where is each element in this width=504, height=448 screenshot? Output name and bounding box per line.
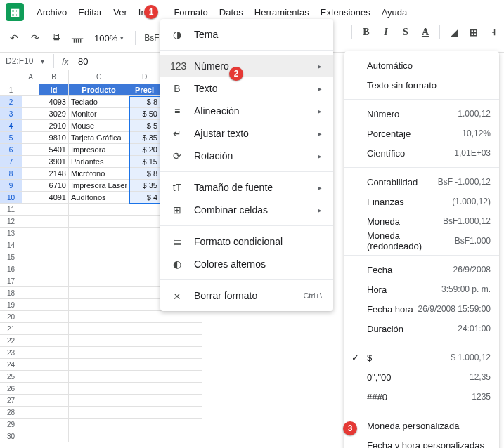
- row-header[interactable]: 22: [0, 335, 22, 347]
- cell[interactable]: [129, 216, 160, 228]
- cell[interactable]: [129, 371, 160, 383]
- row-header[interactable]: 16: [0, 263, 22, 275]
- cell[interactable]: [39, 371, 69, 383]
- cell[interactable]: [129, 311, 160, 323]
- cell[interactable]: [39, 323, 69, 335]
- cell[interactable]: [22, 275, 39, 287]
- cell[interactable]: [69, 419, 129, 430]
- menu-herramientas[interactable]: Herramientas: [249, 4, 315, 20]
- row-header[interactable]: 12: [0, 216, 22, 228]
- number-format-fecha-y-hora-personalizadas[interactable]: Fecha y hora personalizadas: [344, 435, 499, 448]
- cell[interactable]: [22, 347, 39, 359]
- cell[interactable]: [39, 335, 69, 347]
- cell[interactable]: [39, 251, 69, 263]
- cell[interactable]: [22, 239, 39, 251]
- name-box-arrow[interactable]: ▾: [41, 58, 51, 65]
- column-header-B[interactable]: B: [39, 70, 69, 84]
- cell[interactable]: [160, 323, 202, 335]
- row-header[interactable]: 3: [0, 108, 22, 120]
- cell[interactable]: Tarjeta Gráfica: [69, 132, 129, 144]
- cell[interactable]: [160, 359, 202, 371]
- number-format-fecha-hora[interactable]: Fecha hora26/9/2008 15:59:00: [344, 299, 499, 319]
- cell[interactable]: Impresora Laser: [69, 180, 129, 192]
- row-header[interactable]: 10: [0, 192, 22, 204]
- cell[interactable]: [22, 383, 39, 395]
- cell[interactable]: [160, 335, 202, 347]
- format-menu-tamaño-de-fuente[interactable]: tTTamaño de fuente▸: [160, 176, 333, 199]
- paint-format-icon[interactable]: ᚄ: [69, 29, 86, 46]
- cell[interactable]: [129, 204, 160, 216]
- cell[interactable]: [22, 359, 39, 371]
- cell[interactable]: [160, 371, 202, 383]
- cell[interactable]: [22, 251, 39, 263]
- cell[interactable]: [39, 383, 69, 395]
- cell[interactable]: Id: [39, 84, 69, 96]
- borders-icon[interactable]: ⊞: [465, 24, 482, 41]
- row-header[interactable]: 5: [0, 132, 22, 144]
- cell[interactable]: [39, 347, 69, 359]
- cell[interactable]: [22, 395, 39, 407]
- cell[interactable]: [129, 239, 160, 251]
- zoom-selector[interactable]: 100%▾: [90, 33, 128, 44]
- number-format-moneda[interactable]: MonedaBsF1.000,12: [344, 211, 499, 231]
- cell[interactable]: $ 8: [129, 168, 160, 180]
- cell[interactable]: [160, 419, 202, 430]
- italic-icon[interactable]: I: [377, 24, 394, 41]
- cell[interactable]: [39, 275, 69, 287]
- cell[interactable]: Micrófono: [69, 168, 129, 180]
- cell[interactable]: [69, 383, 129, 395]
- cell[interactable]: 6710: [39, 180, 69, 192]
- cell[interactable]: 2910: [39, 120, 69, 132]
- format-menu-texto[interactable]: BTexto▸: [160, 77, 333, 100]
- number-format-moneda-redondeado-[interactable]: Moneda (redondeado)BsF1.000: [344, 231, 499, 251]
- cell[interactable]: [160, 311, 202, 323]
- cell[interactable]: [69, 311, 129, 323]
- cell[interactable]: $ 15: [129, 156, 160, 168]
- number-format-cient-fico[interactable]: Científico1,01E+03: [344, 143, 499, 163]
- formula-input[interactable]: 80: [74, 56, 88, 67]
- cell[interactable]: [69, 359, 129, 371]
- row-header[interactable]: 27: [0, 395, 22, 407]
- number-format-duraci-n[interactable]: Duración24:01:00: [344, 319, 499, 338]
- cell[interactable]: 2148: [39, 168, 69, 180]
- cell[interactable]: [129, 347, 160, 359]
- cell[interactable]: [69, 299, 129, 311]
- row-header[interactable]: 26: [0, 383, 22, 395]
- row-header[interactable]: 23: [0, 347, 22, 359]
- cell[interactable]: [22, 371, 39, 383]
- print-icon[interactable]: 🖶: [48, 29, 65, 46]
- menu-formato[interactable]: Formato: [168, 4, 213, 20]
- cell[interactable]: [22, 263, 39, 275]
- cell[interactable]: [22, 407, 39, 419]
- cell[interactable]: [22, 204, 39, 216]
- cell[interactable]: [22, 180, 39, 192]
- currency-format[interactable]: BsF: [143, 29, 160, 46]
- number-format-fecha[interactable]: Fecha26/9/2008: [344, 260, 499, 279]
- cell[interactable]: [69, 204, 129, 216]
- number-format--[interactable]: ✓$$ 1.000,12: [344, 348, 499, 367]
- row-header[interactable]: 21: [0, 323, 22, 335]
- cell[interactable]: [69, 275, 129, 287]
- cell[interactable]: Preci: [129, 84, 160, 96]
- number-format-texto-sin-formato[interactable]: Texto sin formato: [344, 75, 499, 95]
- cell[interactable]: [39, 407, 69, 419]
- number-format--0[interactable]: ###01235: [344, 387, 499, 407]
- menu-ver[interactable]: Ver: [108, 4, 133, 20]
- format-menu-alineación[interactable]: ≡Alineación▸: [160, 100, 333, 122]
- cell[interactable]: [69, 395, 129, 407]
- cell[interactable]: 3901: [39, 156, 69, 168]
- cell[interactable]: $ 20: [129, 144, 160, 156]
- cell[interactable]: [39, 228, 69, 239]
- cell[interactable]: [22, 84, 39, 96]
- cell[interactable]: [39, 395, 69, 407]
- cell[interactable]: [129, 335, 160, 347]
- cell[interactable]: [129, 287, 160, 299]
- row-header[interactable]: 6: [0, 144, 22, 156]
- cell[interactable]: [22, 299, 39, 311]
- cell[interactable]: [39, 311, 69, 323]
- cell[interactable]: [39, 359, 69, 371]
- merge-icon[interactable]: ⫞: [485, 24, 502, 41]
- cell[interactable]: Monitor: [69, 108, 129, 120]
- format-menu-combinar-celdas[interactable]: ⊞Combinar celdas▸: [160, 199, 333, 221]
- row-header[interactable]: 15: [0, 251, 22, 263]
